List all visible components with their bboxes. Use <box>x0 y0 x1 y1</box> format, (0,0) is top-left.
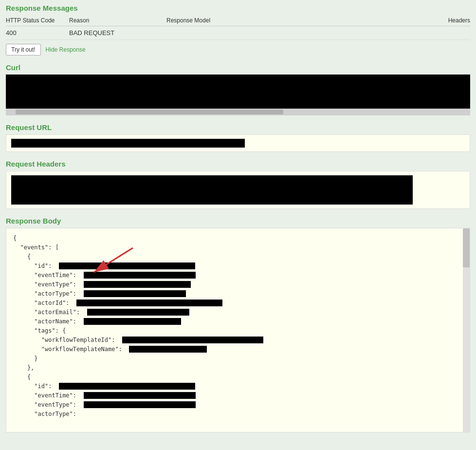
json-line: "eventTime": <box>13 391 453 400</box>
json-line: "tags": { <box>13 326 453 335</box>
json-key: "workflowTemplateName": <box>13 345 129 354</box>
request-url-title: Request URL <box>6 123 470 131</box>
curl-scrollbar[interactable] <box>6 109 470 115</box>
json-value-id2 <box>59 383 195 390</box>
try-it-button[interactable]: Try it out! <box>6 44 41 56</box>
json-line: } <box>13 354 453 363</box>
response-body-content: { "events": [ { "id": "eventTime": <box>6 228 463 424</box>
json-key: "eventType": <box>13 280 84 289</box>
curl-section: Curl <box>0 59 476 119</box>
json-value-id <box>59 262 195 269</box>
json-key: "workflowTemplateId": <box>13 336 122 344</box>
json-value-workflowtemplateid <box>122 337 263 343</box>
json-line: { <box>13 373 453 381</box>
url-box <box>6 134 470 152</box>
json-value-eventtype2 <box>84 401 196 408</box>
json-key: "tags": { <box>13 326 66 335</box>
response-body-box: { "events": [ { "id": "eventTime": <box>6 228 470 432</box>
col-header-reason: Reason <box>69 17 166 24</box>
table-row: 400 BAD REQUEST <box>6 26 470 40</box>
reason-text: BAD REQUEST <box>69 29 166 37</box>
json-key: "eventType": <box>13 400 84 409</box>
json-line: "workflowTemplateName": <box>13 345 453 354</box>
json-key: "actorType": <box>13 410 76 418</box>
json-line: "actorEmail": <box>13 308 453 317</box>
curl-box <box>6 75 470 109</box>
json-key: }, <box>13 363 34 372</box>
json-line: "eventTime": <box>13 271 453 280</box>
json-key: "id": <box>13 382 59 391</box>
json-line: "eventType": <box>13 400 453 409</box>
json-value-eventtype <box>84 281 191 288</box>
json-line: "eventType": <box>13 280 453 289</box>
json-key: } <box>13 354 38 363</box>
json-key: "actorName": <box>13 317 84 326</box>
json-value-actoremail <box>87 309 189 316</box>
url-content <box>11 139 245 148</box>
json-value-actorid <box>76 300 222 306</box>
json-line: }, <box>13 363 453 372</box>
json-key: { <box>13 373 31 381</box>
json-line: "id": <box>13 262 453 270</box>
request-headers-title: Request Headers <box>6 160 470 168</box>
curl-title: Curl <box>6 63 470 72</box>
json-line: { <box>13 234 453 243</box>
request-headers-section: Request Headers <box>0 156 476 213</box>
json-line: "workflowTemplateId": <box>13 336 453 344</box>
request-url-section: Request URL <box>0 119 476 156</box>
scrollbar-thumb <box>463 228 470 267</box>
json-key: "events": [ <box>13 243 59 252</box>
hide-response-link[interactable]: Hide Response <box>46 46 86 53</box>
json-value-actorname <box>84 318 181 325</box>
json-key: "actorId": <box>13 299 76 307</box>
page-wrapper: Response Messages HTTP Status Code Reaso… <box>0 0 476 436</box>
response-messages-title: Response Messages <box>6 4 470 12</box>
json-key: "id": <box>13 262 59 270</box>
response-body-scrollbar[interactable] <box>463 228 470 432</box>
headers-box <box>6 171 470 209</box>
json-key: "actorEmail": <box>13 308 87 317</box>
json-line: "id": <box>13 382 453 391</box>
col-header-headers: Headers <box>361 17 470 24</box>
headers-content <box>11 175 413 205</box>
json-value-eventtime <box>84 272 196 279</box>
json-key: "eventTime": <box>13 271 84 280</box>
response-body-title: Response Body <box>6 217 470 225</box>
json-value-eventtime2 <box>84 392 196 399</box>
response-messages-section: Response Messages HTTP Status Code Reaso… <box>0 0 476 59</box>
json-key: { <box>13 252 31 261</box>
json-key: { <box>13 234 17 243</box>
json-line: "actorName": <box>13 317 453 326</box>
json-line: "actorId": <box>13 299 453 307</box>
json-key: "eventTime": <box>13 391 84 400</box>
json-value-actortype <box>84 290 186 297</box>
json-line: { <box>13 252 453 261</box>
json-key: "actorType": <box>13 289 84 298</box>
curl-scrollbar-thumb <box>16 110 283 114</box>
json-line: "actorType": <box>13 289 453 298</box>
json-value-workflowtemplatename <box>129 346 207 353</box>
status-code: 400 <box>6 29 69 37</box>
col-header-model: Response Model <box>166 17 361 24</box>
response-body-section: Response Body { "e <box>0 213 476 436</box>
col-header-status: HTTP Status Code <box>6 17 69 24</box>
table-header: HTTP Status Code Reason Response Model H… <box>6 15 470 26</box>
json-line: "actorType": <box>13 410 453 418</box>
json-line: "events": [ <box>13 243 453 252</box>
